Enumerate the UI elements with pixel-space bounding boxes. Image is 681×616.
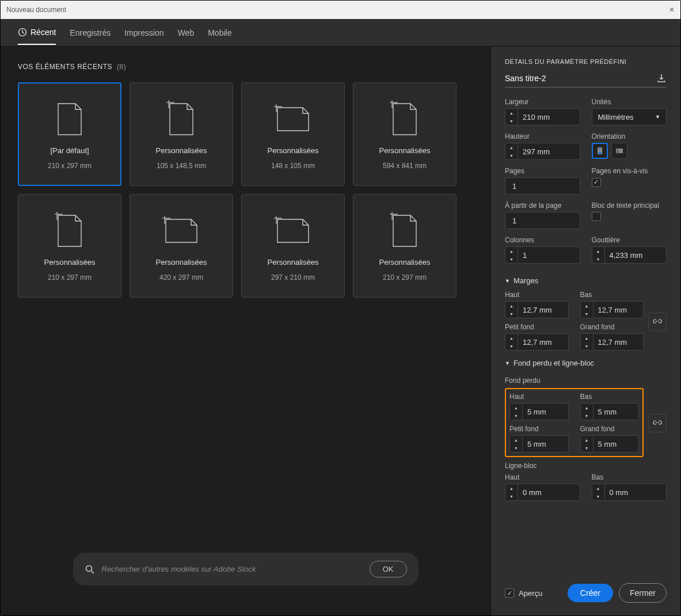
width-label: Largeur: [505, 98, 580, 106]
bleed-expander[interactable]: ▼ Fond perdu et ligne-bloc: [505, 359, 667, 367]
category-tabs: Récent Enregistrés Impression Web Mobile: [1, 19, 680, 47]
preset-dims: 594 x 841 mm: [383, 162, 427, 170]
margin-outside-input[interactable]: ▲▼12,7 mm: [580, 333, 644, 351]
chevron-down-icon: ▼: [505, 278, 510, 284]
tab-saved[interactable]: Enregistrés: [70, 21, 111, 44]
chevron-up-icon[interactable]: ▲: [505, 109, 518, 117]
details-heading: DÉTAILS DU PARAMÈTRE PRÉDÉFINI: [505, 58, 667, 65]
doc-name-input[interactable]: Sans titre-2: [505, 74, 656, 83]
slug-top-input[interactable]: ▲▼0 mm: [505, 484, 580, 501]
preset-item[interactable]: Personnalisées420 x 297 mm: [130, 194, 233, 298]
search-ok-button[interactable]: OK: [370, 561, 407, 577]
columns-label: Colonnes: [505, 236, 580, 244]
chevron-down-icon: ▼: [505, 360, 510, 366]
slug-bottom-input[interactable]: ▲▼0 mm: [592, 484, 667, 501]
tab-recent[interactable]: Récent: [18, 21, 56, 45]
width-input[interactable]: ▲▼ 210 mm: [505, 108, 580, 126]
close-button[interactable]: Fermer: [619, 583, 667, 603]
units-label: Unités: [592, 98, 667, 106]
preview-checkbox[interactable]: ✓: [505, 588, 514, 598]
pages-input[interactable]: 1: [505, 177, 580, 195]
preset-item[interactable]: [Par défaut]210 x 297 mm: [18, 82, 121, 186]
tab-print[interactable]: Impression: [124, 21, 163, 44]
chevron-down-icon: ▼: [655, 114, 660, 120]
chevron-down-icon[interactable]: ▼: [505, 117, 518, 125]
primary-text-frame-checkbox[interactable]: [592, 212, 601, 221]
preset-item[interactable]: Personnalisées594 x 841 mm: [353, 82, 456, 186]
preset-name: Personnalisées: [379, 146, 431, 155]
preset-dims: 210 x 297 mm: [383, 273, 427, 282]
preset-dims: 210 x 297 mm: [48, 273, 92, 282]
units-select[interactable]: Millimètres ▼: [592, 108, 667, 126]
create-button[interactable]: Créer: [568, 584, 613, 602]
bleed-label: Fond perdu: [505, 377, 667, 385]
preset-item[interactable]: Personnalisées297 x 210 mm: [241, 194, 345, 298]
save-preset-icon[interactable]: [656, 73, 667, 83]
margin-bottom-input[interactable]: ▲▼12,7 mm: [580, 301, 644, 318]
search-icon: [85, 564, 95, 575]
preset-dims: 210 x 297 mm: [48, 162, 92, 170]
preset-dims: 148 x 105 mm: [271, 162, 315, 170]
preset-dims: 420 x 297 mm: [159, 273, 203, 282]
orientation-landscape-button[interactable]: [611, 143, 627, 159]
columns-input[interactable]: ▲▼ 1: [505, 246, 580, 264]
window-title: Nouveau document: [6, 6, 66, 14]
pages-label: Pages: [505, 167, 580, 175]
height-input[interactable]: ▲▼ 297 mm: [505, 143, 580, 160]
link-margins-button[interactable]: [648, 313, 667, 331]
margin-inside-input[interactable]: ▲▼12,7 mm: [505, 333, 569, 351]
preset-item[interactable]: Personnalisées210 x 297 mm: [353, 194, 456, 298]
preview-label: Aperçu: [519, 589, 542, 598]
primary-text-frame-label: Bloc de texte principal: [592, 201, 667, 210]
svg-point-20: [617, 150, 618, 151]
gutter-input[interactable]: ▲▼ 4,233 mm: [592, 246, 667, 264]
clock-icon: [18, 28, 27, 37]
orientation-portrait-button[interactable]: [592, 143, 608, 159]
preset-name: Personnalisées: [44, 258, 96, 267]
preset-item[interactable]: Personnalisées210 x 297 mm: [18, 194, 121, 298]
preset-item[interactable]: Personnalisées105 x 148,5 mm: [130, 82, 233, 186]
preset-item[interactable]: Personnalisées148 x 105 mm: [241, 82, 345, 186]
svg-line-16: [91, 571, 94, 573]
bleed-bottom-input[interactable]: ▲▼5 mm: [580, 403, 640, 420]
close-icon[interactable]: ✕: [669, 6, 675, 14]
preset-name: [Par défaut]: [50, 146, 89, 155]
preset-name: Personnalisées: [268, 258, 319, 267]
orientation-label: Orientation: [592, 132, 667, 140]
facing-pages-checkbox[interactable]: ✓: [592, 178, 601, 187]
svg-point-15: [86, 565, 92, 571]
svg-point-18: [599, 149, 600, 150]
preset-dims: 297 x 210 mm: [271, 273, 315, 282]
gutter-label: Gouttière: [592, 236, 667, 244]
search-input[interactable]: [102, 565, 363, 573]
recents-heading: VOS ÉLÉMENTS RÉCENTS (8): [18, 63, 473, 71]
preset-name: Personnalisées: [268, 146, 319, 155]
tab-web[interactable]: Web: [178, 21, 195, 44]
start-page-label: À partir de la page: [505, 201, 580, 210]
preset-dims: 105 x 148,5 mm: [157, 162, 206, 170]
margin-top-input[interactable]: ▲▼12,7 mm: [505, 301, 569, 318]
preset-name: Personnalisées: [379, 258, 431, 267]
slug-label: Ligne-bloc: [505, 462, 667, 470]
link-bleed-button[interactable]: [648, 414, 667, 432]
bleed-inside-input[interactable]: ▲▼5 mm: [509, 435, 569, 453]
bleed-outside-input[interactable]: ▲▼5 mm: [580, 435, 640, 453]
bleed-highlight: Haut ▲▼5 mm Bas ▲▼5 mm Petit fond ▲▼5 mm: [505, 388, 644, 457]
margins-expander[interactable]: ▼ Marges: [505, 276, 667, 285]
facing-pages-label: Pages en vis-à-vis: [592, 167, 667, 175]
search-bar: OK: [73, 553, 419, 585]
start-page-input[interactable]: 1: [505, 212, 580, 229]
titlebar: Nouveau document ✕: [1, 1, 680, 19]
preset-name: Personnalisées: [156, 146, 207, 155]
bleed-top-input[interactable]: ▲▼5 mm: [509, 403, 569, 420]
height-label: Hauteur: [505, 132, 580, 140]
preset-grid: [Par défaut]210 x 297 mmPersonnalisées10…: [18, 82, 473, 298]
preset-name: Personnalisées: [156, 258, 207, 267]
tab-mobile[interactable]: Mobile: [208, 21, 231, 44]
